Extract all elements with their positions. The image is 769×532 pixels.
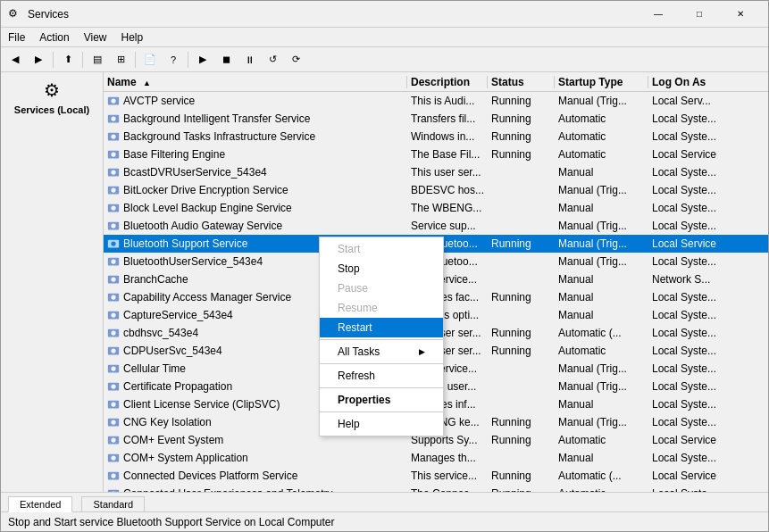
service-icon	[107, 470, 120, 482]
service-icon	[107, 291, 120, 303]
pause-button[interactable]: ⏸	[238, 50, 260, 70]
svg-point-25	[111, 312, 115, 317]
stop-button[interactable]: ◼	[215, 50, 237, 70]
service-icon	[107, 309, 120, 321]
table-row[interactable]: BcastDVRUserService_543e4 This user ser.…	[104, 163, 768, 181]
svg-point-21	[111, 277, 115, 281]
service-icon	[107, 112, 120, 125]
svg-point-37	[111, 420, 115, 424]
ctx-restart[interactable]: Restart	[320, 318, 443, 337]
service-icon	[107, 255, 120, 268]
svg-point-31	[111, 366, 115, 370]
menu-bar: File Action View Help	[1, 28, 768, 47]
back-button[interactable]: ◀	[4, 50, 26, 70]
service-icon	[107, 95, 120, 107]
ctx-stop[interactable]: Stop	[320, 259, 443, 278]
menu-help[interactable]: Help	[114, 29, 151, 46]
table-row[interactable]: Background Intelligent Transfer Service …	[104, 110, 768, 128]
forward-button[interactable]: ▶	[28, 50, 49, 70]
window-title: Services	[28, 8, 638, 21]
sidebar-title: Services (Local)	[14, 104, 89, 115]
svg-point-29	[111, 348, 115, 353]
table-header: Name ▲ Description Status Startup Type L…	[104, 72, 768, 92]
table-row[interactable]: AVCTP service This is Audi... Running Ma…	[104, 92, 768, 110]
tabs-bar: Extended Standard	[1, 492, 768, 511]
table-row[interactable]: Base Filtering Engine The Base Fil... Ru…	[104, 145, 768, 163]
sidebar-services-icon: ⚙	[38, 76, 66, 104]
table-row[interactable]: Bluetooth Audio Gateway Service Service …	[104, 217, 768, 235]
window-controls: — □ ✕	[638, 1, 761, 28]
col-header-status[interactable]: Status	[488, 76, 555, 88]
svg-point-19	[111, 259, 115, 263]
svg-point-1	[111, 98, 115, 103]
ctx-sep-3	[320, 387, 443, 388]
table-row[interactable]: Connected Devices Platform Service This …	[104, 467, 768, 485]
close-button[interactable]: ✕	[720, 1, 761, 28]
svg-point-41	[111, 455, 115, 460]
svg-point-5	[111, 134, 115, 138]
menu-view[interactable]: View	[77, 29, 114, 46]
ctx-sep-2	[320, 363, 443, 364]
svg-point-33	[111, 384, 115, 388]
bottom-area: Extended Standard Stop and Start service…	[1, 492, 768, 531]
large-icons-button[interactable]: ⊞	[110, 50, 131, 70]
service-icon	[107, 487, 120, 493]
col-header-name[interactable]: Name ▲	[104, 76, 407, 88]
menu-action[interactable]: Action	[32, 29, 76, 46]
toolbar-sep-1	[53, 52, 54, 68]
service-icon	[107, 130, 120, 143]
col-header-logon[interactable]: Log On As	[648, 76, 756, 88]
ctx-sep-4	[320, 411, 443, 412]
service-icon	[107, 380, 120, 393]
sidebar: ⚙ Services (Local)	[1, 72, 104, 492]
context-menu: Start Stop Pause Resume Restart All Task…	[319, 237, 444, 436]
service-icon	[107, 202, 120, 214]
restart-button[interactable]: ↺	[262, 50, 283, 70]
ctx-help[interactable]: Help	[320, 414, 443, 434]
ctx-all-tasks[interactable]: All Tasks	[320, 342, 443, 362]
svg-point-11	[111, 187, 115, 192]
play-button[interactable]: ▶	[192, 50, 213, 70]
service-icon	[107, 327, 120, 339]
svg-point-27	[111, 330, 115, 335]
service-icon	[107, 148, 120, 161]
maximize-button[interactable]: □	[679, 1, 720, 28]
table-row[interactable]: Connected User Experiences and Telemetry…	[104, 485, 768, 492]
svg-point-23	[111, 295, 115, 299]
tab-standard[interactable]: Standard	[81, 496, 145, 511]
ctx-start: Start	[320, 239, 443, 259]
toolbar-sep-3	[135, 52, 136, 68]
minimize-button[interactable]: —	[638, 1, 679, 28]
service-icon	[107, 220, 120, 232]
service-icon	[107, 237, 120, 250]
table-row[interactable]: COM+ System Application Manages th... Ma…	[104, 449, 768, 467]
status-text: Stop and Start service Bluetooth Support…	[8, 516, 335, 528]
app-icon: ⚙	[8, 7, 22, 21]
col-header-desc[interactable]: Description	[407, 76, 488, 88]
svg-point-17	[111, 241, 115, 245]
svg-point-3	[111, 116, 115, 121]
up-button[interactable]: ⬆	[57, 50, 79, 70]
col-header-startup[interactable]: Startup Type	[555, 76, 648, 88]
svg-point-7	[111, 152, 115, 156]
help-toolbar-button[interactable]: ?	[163, 50, 184, 70]
service-icon	[107, 273, 120, 286]
refresh-button[interactable]: ⟳	[285, 50, 306, 70]
show-hide-button[interactable]: ▤	[87, 50, 108, 70]
table-row[interactable]: BitLocker Drive Encryption Service BDESV…	[104, 181, 768, 199]
ctx-refresh[interactable]: Refresh	[320, 366, 443, 386]
ctx-properties[interactable]: Properties	[320, 390, 443, 410]
svg-point-9	[111, 170, 115, 174]
toolbar: ◀ ▶ ⬆ ▤ ⊞ 📄 ? ▶ ◼ ⏸ ↺ ⟳	[1, 47, 768, 72]
ctx-sep-1	[320, 339, 443, 340]
table-row[interactable]: Background Tasks Infrastructure Service …	[104, 128, 768, 145]
tab-extended[interactable]: Extended	[8, 496, 72, 512]
svg-point-15	[111, 223, 115, 228]
menu-file[interactable]: File	[1, 29, 32, 46]
service-icon	[107, 362, 120, 375]
service-icon	[107, 184, 120, 196]
export-button[interactable]: 📄	[139, 50, 161, 70]
svg-point-35	[111, 402, 115, 406]
table-row[interactable]: Block Level Backup Engine Service The WB…	[104, 199, 768, 217]
service-icon	[107, 345, 120, 357]
